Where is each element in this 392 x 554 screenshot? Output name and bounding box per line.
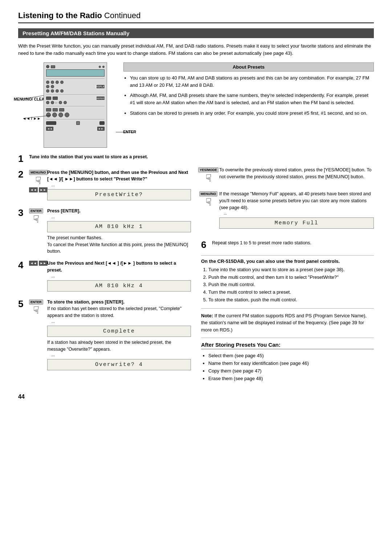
after-storing-title: After Storing Presets You Can: [201,342,374,349]
step-3-icon: ENTER ☟ [29,208,44,255]
hand-icon-right1: ☟ [205,173,212,183]
next-btn-icon: ►► [39,187,48,192]
step-1-body: Tune into the station that you want to s… [29,154,191,164]
step-6-body: Repeat steps 1 to 5 to preset more radio… [212,240,374,250]
lcd-step3: AM 810 kHz 1 [47,221,191,232]
step-1: 1 Tune into the station that you want to… [18,154,191,164]
device-box: DISPLAY REPEAT ▷ [44,62,107,148]
steps-grid: 1 Tune into the station that you want to… [18,154,374,383]
right-step-2-body: If the message "Memory Full" appears, al… [219,191,374,231]
lcd-step4: AM 810 kHz 4 [47,280,191,292]
lcd-memoryfull: Memory Full [219,217,374,229]
right-steps-col: YES/MODE ☟ To overwrite the previously s… [201,154,374,383]
step-4: 4 ◄◄ ►► Use the Previous and Next [◄◄ ] … [18,260,191,294]
prev-btn-icon: ◄◄ [29,187,38,192]
list-item: Name them for easy identification (see p… [208,360,374,367]
note-section: Note: If the current FM station supports… [201,312,374,334]
step-2: 2 MENU/NO ☟ ◄◄ ►► Press the [MENU/NO] bu… [18,169,191,203]
page-number: 44 [18,394,374,400]
page-container: Listening to the Radio Continued Presett… [18,11,374,400]
list-item: Turn the multi control to select a prese… [208,289,374,296]
step-5-body: To store the station, press [ENTER]. If … [47,299,191,373]
right-step-menuno: MENU/NO ☟ If the message "Memory Full" a… [201,191,374,231]
step-3-body: Press [ENTER]. ... AM 810 kHz 1 The pres… [47,208,191,255]
menu-no-badge: MENU/NO [29,170,48,175]
top-area: MENU/NO/ CLEAR ◄◄ / ►► [44,62,374,148]
hand-icon-right2: ☟ [205,197,212,207]
enter-badge: ENTER [29,208,43,213]
about-presets-title: About Presets [123,62,374,72]
front-panel-section: On the CR-515DAB, you can also use the f… [201,258,374,304]
yes-mode-icon-area: YES/MODE ☟ [201,167,216,183]
lcd-overwrite: Overwrite? 4 [47,359,191,370]
list-item: You can store up to 40 FM, AM and DAB st… [130,74,374,89]
about-presets-list: You can store up to 40 FM, AM and DAB st… [123,74,374,117]
list-item: Push the multi control, and then turn it… [208,274,374,281]
lcd-complete: Complete [47,326,191,337]
list-item: Erase them (see page 48) [208,375,374,383]
page-title: Listening to the Radio Continued [18,11,374,23]
intro-text: With the Preset Write function, you can … [18,42,374,57]
enter-label: ENTER [123,130,136,134]
step-3-number: 3 [18,208,26,255]
step-5-icon: ENTER ☟ [29,299,44,373]
section-header: Presetting AM/FM/DAB Stations Manually [18,28,374,38]
list-item: Tune into the station you want to store … [208,266,374,274]
menu-no-badge-right: MENU/NO [199,191,218,196]
step-2-number: 2 [18,169,26,203]
step-3: 3 ENTER ☟ Press [ENTER]. ... AM 810 kHz … [18,208,191,255]
about-presets-section: About Presets You can store up to 40 FM,… [116,62,374,120]
front-panel-list: Tune into the station you want to store … [201,266,374,304]
device-diagram: MENU/NO/ CLEAR ◄◄ / ►► [44,62,116,148]
left-steps-col: 1 Tune into the station that you want to… [18,154,191,383]
front-panel-title: On the CR-515DAB, you can also use the f… [201,258,374,264]
menu-no-icon-area-right: MENU/NO ☟ [201,191,216,231]
hand-icon-step2: ☟ [35,176,41,186]
after-storing-list: Select them (see page 45) Name them for … [201,352,374,382]
step-4-body: Use the Previous and Next [◄◄ ] /[►► ] b… [47,260,191,294]
step-1-number: 1 [18,154,26,164]
yes-mode-badge: YES/MODE [198,167,219,172]
step-5: 5 ENTER ☟ To store the station, press [E… [18,299,191,373]
list-item: Select them (see page 45) [208,352,374,360]
step-4-number: 4 [18,260,26,294]
lcd-presetwrite: PresetWrite? [47,189,191,200]
step-2-body: Press the [MENU/NO] button, and then use… [47,169,191,203]
list-item: Copy them (see page 47) [208,367,374,375]
hand-icon-step3: ☟ [33,214,39,224]
after-storing-section: After Storing Presets You Can: Select th… [201,342,374,382]
step-2-icon: MENU/NO ☟ ◄◄ ►► [29,169,44,203]
list-item: Although AM, FM, and DAB presets share t… [130,92,374,106]
prev-btn-icon-4: ◄◄ [29,261,38,266]
hand-icon-step5: ☟ [33,305,39,315]
right-step-1-body: To overwrite the previously stored stati… [219,167,374,183]
list-item: Push the multi control. [208,281,374,289]
note-label: Note: [201,313,213,318]
step-6-number: 6 [201,240,209,250]
enter-badge-5: ENTER [29,300,43,305]
note-text: If the current FM station supports RDS a… [201,313,367,333]
list-item: Stations can be stored to presets in any… [130,110,374,117]
next-btn-icon-4: ►► [39,261,48,266]
step-4-icon: ◄◄ ►► [29,260,44,294]
right-step-yesmode: YES/MODE ☟ To overwrite the previously s… [201,167,374,183]
list-item: To store the station, push the multi con… [208,296,374,304]
step-5-number: 5 [18,299,26,373]
step-6: 6 Repeat steps 1 to 5 to preset more rad… [201,240,374,250]
